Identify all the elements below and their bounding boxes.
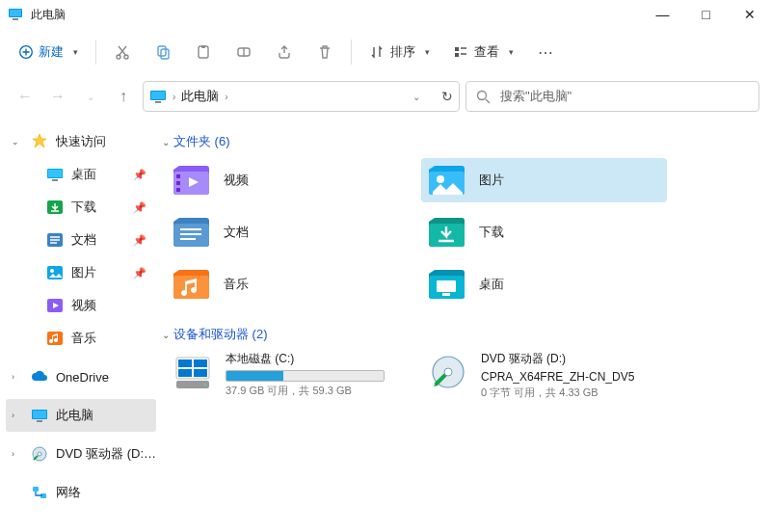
svg-point-5 [124, 55, 128, 59]
sidebar-item-label: 桌面 [71, 166, 125, 183]
sidebar-item-onedrive[interactable]: ›OneDrive [6, 360, 156, 393]
expander-icon: › [12, 411, 23, 420]
sidebar-item-label: 下载 [71, 199, 125, 216]
svg-rect-27 [33, 411, 46, 418]
pin-icon: 📌 [133, 234, 156, 247]
folder-docs[interactable]: 文档 [166, 210, 412, 254]
sidebar-item-label: OneDrive [56, 370, 156, 385]
plus-icon [19, 45, 33, 59]
folder-label: 图片 [479, 172, 504, 189]
device-item[interactable]: 本地磁盘 (C:)37.9 GB 可用，共 59.3 GB [166, 351, 412, 399]
up-button[interactable]: ↑ [110, 83, 137, 110]
svg-rect-14 [151, 92, 165, 99]
sidebar-item-label: 快速访问 [56, 133, 156, 150]
toolbar: 新建 ▾ 排序 ▾ 查看 ▾ ⋯ [0, 29, 771, 75]
svg-point-53 [444, 368, 452, 376]
svg-rect-47 [194, 359, 207, 367]
cut-button[interactable] [104, 35, 141, 69]
view-button[interactable]: 查看 ▾ [443, 38, 523, 66]
refresh-button[interactable]: ↻ [441, 89, 453, 104]
svg-rect-2 [13, 18, 18, 20]
sidebar-item-label: 文档 [71, 231, 125, 249]
folder-videos[interactable]: 视频 [166, 158, 412, 202]
download-icon [46, 199, 64, 216]
sidebar-item-music[interactable]: 音乐 [6, 322, 156, 355]
sidebar-item-quick[interactable]: ⌄快速访问 [6, 125, 156, 158]
drive-icon [172, 351, 214, 393]
device-name: DVD 驱动器 (D:) [481, 351, 667, 367]
capacity-bar [226, 370, 385, 382]
svg-rect-44 [442, 293, 450, 296]
svg-point-4 [117, 55, 120, 59]
sidebar-item-thispc[interactable]: ›此电脑 [6, 399, 156, 432]
group-header[interactable]: ⌄设备和驱动器 (2) [162, 326, 763, 343]
network-icon [31, 484, 48, 501]
sidebar-item-downloads[interactable]: 下载📌 [6, 191, 156, 224]
search-input[interactable]: 搜索"此电脑" [465, 81, 759, 112]
sidebar-item-label: DVD 驱动器 (D:) CPRA_X64FRE_ZH-CN_DV5 [56, 445, 156, 463]
sort-button[interactable]: 排序 ▾ [359, 38, 439, 66]
pin-icon: 📌 [133, 267, 156, 279]
folder-label: 文档 [224, 224, 249, 241]
music-icon [172, 265, 210, 304]
sidebar-item-pictures[interactable]: 图片📌 [6, 256, 156, 289]
device-sub: 0 字节 可用，共 4.33 GB [481, 386, 667, 399]
share-button[interactable] [266, 35, 303, 69]
expander-icon: › [12, 449, 23, 459]
docs-icon [172, 213, 210, 252]
svg-rect-9 [201, 45, 205, 48]
sidebar-item-dvd[interactable]: ›DVD 驱动器 (D:) CPRA_X64FRE_ZH-CN_DV5 [6, 438, 156, 470]
chevron-down-icon[interactable]: ⌄ [412, 92, 420, 102]
svg-rect-15 [155, 101, 161, 103]
folder-label: 音乐 [224, 276, 249, 293]
svg-rect-46 [178, 359, 192, 367]
svg-point-16 [478, 91, 487, 99]
chevron-right-icon: › [225, 92, 227, 102]
close-button[interactable]: ✕ [728, 0, 771, 29]
folder-music[interactable]: 音乐 [166, 262, 412, 306]
recent-chevron[interactable]: ⌄ [77, 83, 104, 110]
rename-button[interactable] [226, 35, 262, 69]
folder-desktop[interactable]: 桌面 [421, 262, 667, 306]
paste-button[interactable] [185, 35, 222, 69]
svg-point-23 [50, 269, 54, 273]
breadcrumb[interactable]: 此电脑 [181, 88, 219, 105]
window-title: 此电脑 [31, 7, 641, 23]
titlebar: 此电脑 — □ ✕ [0, 0, 771, 29]
desktop-icon [427, 265, 465, 304]
minimize-button[interactable]: — [641, 0, 684, 29]
download-icon [427, 213, 465, 252]
device-item[interactable]: DVD 驱动器 (D:)CPRA_X64FRE_ZH-CN_DV50 字节 可用… [421, 351, 667, 399]
thispc-icon [149, 88, 167, 105]
pin-icon: 📌 [133, 201, 156, 214]
group-header[interactable]: ⌄文件夹 (6) [162, 133, 763, 150]
copy-button[interactable] [145, 35, 181, 69]
folder-pictures[interactable]: 图片 [421, 158, 667, 202]
svg-point-30 [38, 452, 41, 456]
sidebar-item-videos[interactable]: 视频 [6, 289, 156, 322]
monitor-icon [31, 407, 48, 424]
address-bar[interactable]: › 此电脑 › ⌄ ↻ [143, 81, 460, 112]
maximize-button[interactable]: □ [684, 0, 728, 29]
sidebar-item-desktop[interactable]: 桌面📌 [6, 158, 156, 191]
chevron-down-icon: ▾ [425, 47, 430, 57]
sidebar-item-network[interactable]: 网络 [6, 476, 156, 509]
forward-button[interactable]: → [44, 83, 71, 110]
new-button[interactable]: 新建 ▾ [10, 38, 88, 66]
svg-rect-12 [455, 53, 459, 57]
delete-button[interactable] [306, 35, 343, 69]
svg-rect-11 [455, 47, 459, 51]
back-button[interactable]: ← [12, 83, 39, 110]
desktop-icon [46, 166, 64, 183]
star-icon [31, 133, 48, 150]
cloud-icon [31, 368, 48, 386]
docs-icon [46, 231, 64, 249]
folder-download[interactable]: 下载 [421, 210, 667, 254]
expander-icon: ⌄ [12, 137, 23, 146]
new-label: 新建 [39, 43, 64, 61]
pictures-icon [427, 161, 465, 200]
svg-rect-1 [10, 10, 21, 16]
dvd-big-icon [427, 351, 469, 393]
sidebar-item-documents[interactable]: 文档📌 [6, 224, 156, 256]
more-button[interactable]: ⋯ [527, 35, 564, 69]
